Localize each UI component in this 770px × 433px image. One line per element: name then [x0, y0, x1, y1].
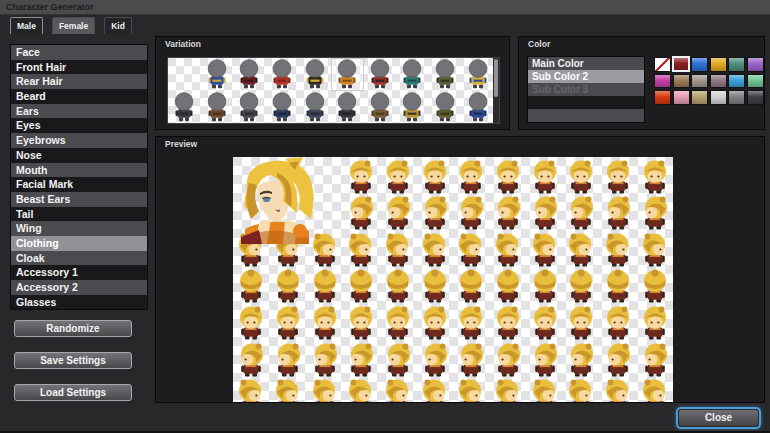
color-swatch[interactable]: [747, 74, 764, 89]
variation-cell[interactable]: [429, 58, 462, 91]
preview-cell: [600, 267, 637, 304]
mannequin-sprite: [269, 92, 295, 123]
preview-cell: [636, 303, 673, 340]
variation-cell[interactable]: [461, 91, 494, 124]
character-sprite: [383, 160, 413, 194]
variation-cell[interactable]: [168, 91, 201, 124]
variation-cell[interactable]: [201, 91, 234, 124]
part-item-eyes[interactable]: Eyes: [11, 118, 147, 133]
preview-cell: [416, 194, 453, 231]
color-swatch[interactable]: [691, 74, 708, 89]
variation-cell[interactable]: [429, 91, 462, 124]
color-swatch[interactable]: [728, 74, 745, 89]
preview-cell: [453, 267, 490, 304]
part-item-glasses[interactable]: Glasses: [11, 295, 147, 310]
color-swatch[interactable]: [747, 90, 764, 105]
color-swatch[interactable]: [654, 74, 671, 89]
character-sprite: [640, 343, 670, 377]
character-sprite: [456, 306, 486, 340]
preview-cell: [563, 377, 600, 402]
variation-cell[interactable]: [266, 58, 299, 91]
preview-cell: [490, 303, 527, 340]
color-swatch[interactable]: [654, 90, 671, 105]
variation-cell[interactable]: [331, 91, 364, 124]
character-sprite: [530, 306, 560, 340]
part-item-tail[interactable]: Tail: [11, 207, 147, 222]
tab-kid[interactable]: Kid: [104, 17, 132, 34]
variation-cell[interactable]: [461, 58, 494, 91]
part-item-nose[interactable]: Nose: [11, 148, 147, 163]
variation-cell[interactable]: [396, 91, 429, 124]
color-slot-main-color[interactable]: Main Color: [528, 57, 644, 70]
tab-female[interactable]: Female: [52, 17, 95, 34]
variation-cell[interactable]: [233, 91, 266, 124]
color-swatch[interactable]: [691, 57, 708, 72]
save-settings-button[interactable]: Save Settings: [14, 352, 132, 369]
variation-cell[interactable]: [233, 58, 266, 91]
color-swatch[interactable]: [728, 90, 745, 105]
variation-scrollbar-thumb[interactable]: [494, 59, 498, 97]
part-item-accessory-2[interactable]: Accessory 2: [11, 280, 147, 295]
color-swatch[interactable]: [673, 74, 690, 89]
part-item-facial-mark[interactable]: Facial Mark: [11, 177, 147, 192]
variation-scrollbar[interactable]: [493, 58, 499, 123]
randomize-button[interactable]: Randomize: [14, 320, 132, 337]
part-item-accessory-1[interactable]: Accessory 1: [11, 265, 147, 280]
part-item-face[interactable]: Face: [11, 45, 147, 60]
color-swatch-none[interactable]: [654, 57, 671, 72]
variation-cell[interactable]: [331, 58, 364, 91]
color-swatch[interactable]: [691, 90, 708, 105]
variation-cell[interactable]: [201, 58, 234, 91]
color-slot-empty[interactable]: [528, 109, 644, 122]
color-swatch[interactable]: [710, 57, 727, 72]
color-swatch[interactable]: [728, 57, 745, 72]
part-item-wing[interactable]: Wing: [11, 221, 147, 236]
preview-cell: [526, 303, 563, 340]
variation-cell[interactable]: [266, 91, 299, 124]
character-sprite: [530, 343, 560, 377]
character-sprite: [640, 196, 670, 230]
part-item-beard[interactable]: Beard: [11, 89, 147, 104]
character-sprite: [346, 233, 376, 267]
character-sprite: [310, 306, 340, 340]
mannequin-sprite: [399, 59, 425, 90]
character-sprite: [566, 269, 596, 303]
part-item-clothing[interactable]: Clothing: [11, 236, 147, 251]
part-item-cloak[interactable]: Cloak: [11, 251, 147, 266]
preview-cell: [453, 230, 490, 267]
color-swatch[interactable]: [673, 90, 690, 105]
preview-cell: [490, 194, 527, 231]
color-slot-sub-color-2[interactable]: Sub Color 2: [528, 70, 644, 83]
variation-cell[interactable]: [364, 91, 397, 124]
tab-male[interactable]: Male: [10, 17, 43, 34]
preview-cell: [490, 230, 527, 267]
variation-cell-empty[interactable]: [168, 58, 201, 91]
color-swatch[interactable]: [747, 57, 764, 72]
preview-cell: [526, 194, 563, 231]
color-slot-empty[interactable]: [528, 96, 644, 109]
variation-cell[interactable]: [298, 91, 331, 124]
load-settings-button[interactable]: Load Settings: [14, 384, 132, 401]
preview-cell: [563, 194, 600, 231]
preview-cell: [416, 230, 453, 267]
preview-cell: [416, 267, 453, 304]
preview-cell: [563, 230, 600, 267]
character-sprite: [383, 379, 413, 402]
part-item-beast-ears[interactable]: Beast Ears: [11, 192, 147, 207]
part-item-ears[interactable]: Ears: [11, 104, 147, 119]
close-button[interactable]: Close: [678, 409, 759, 427]
variation-cell[interactable]: [364, 58, 397, 91]
variation-cell[interactable]: [396, 58, 429, 91]
part-item-front-hair[interactable]: Front Hair: [11, 60, 147, 75]
color-swatch[interactable]: [672, 56, 690, 72]
part-item-rear-hair[interactable]: Rear Hair: [11, 74, 147, 89]
color-swatch[interactable]: [710, 90, 727, 105]
variation-cell[interactable]: [298, 58, 331, 91]
parts-list: FaceFront HairRear HairBeardEarsEyesEyeb…: [10, 44, 148, 310]
preview-cell: [636, 377, 673, 402]
part-item-eyebrows[interactable]: Eyebrows: [11, 133, 147, 148]
character-sprite: [493, 343, 523, 377]
color-swatch[interactable]: [710, 74, 727, 89]
part-item-mouth[interactable]: Mouth: [11, 163, 147, 178]
preview-cell: [600, 194, 637, 231]
